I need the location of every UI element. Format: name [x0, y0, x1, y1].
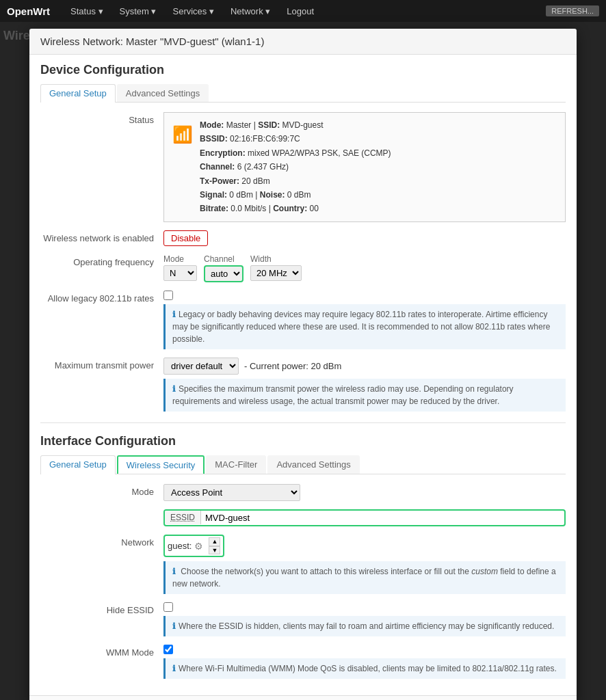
- modal-dialog: Wireless Network: Master "MVD-guest" (wl…: [29, 29, 577, 55]
- modal-title: Wireless Network: Master "MVD-guest" (wl…: [40, 36, 566, 47]
- modal-header: Wireless Network: Master "MVD-guest" (wl…: [29, 29, 577, 55]
- nav-network[interactable]: Network ▾: [228, 6, 273, 16]
- nav-services[interactable]: Services ▾: [170, 6, 217, 16]
- nav-status[interactable]: Status ▾: [68, 6, 105, 16]
- brand-logo: OpenWrt: [7, 5, 50, 17]
- modal-overlay: Wireless Network: Master "MVD-guest" (wl…: [0, 22, 606, 55]
- nav-system[interactable]: System ▾: [117, 6, 159, 16]
- navbar: OpenWrt Status ▾ System ▾ Services ▾ Net…: [0, 0, 606, 22]
- refresh-button[interactable]: REFRESH...: [546, 5, 599, 16]
- nav-logout[interactable]: Logout: [284, 6, 317, 16]
- modal-body: Device Configuration General Setup Advan…: [29, 55, 577, 55]
